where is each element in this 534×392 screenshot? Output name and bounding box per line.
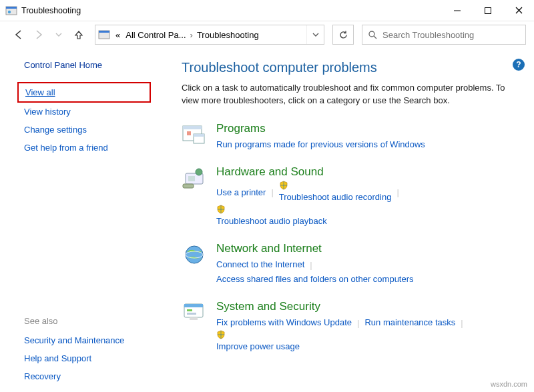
svg-point-2 (8, 10, 11, 13)
chevron-right-icon: › (189, 30, 194, 40)
forward-button[interactable] (31, 27, 47, 43)
watermark: wsxdn.com (491, 380, 527, 388)
search-box[interactable] (362, 25, 526, 45)
recent-dropdown[interactable] (51, 27, 67, 43)
svg-rect-24 (187, 309, 192, 311)
window-title: Troubleshooting (21, 6, 442, 15)
svg-rect-15 (187, 131, 191, 135)
sidebar-get-help[interactable]: Get help from a friend (24, 143, 164, 153)
sidebar-change-settings[interactable]: Change settings (24, 125, 164, 135)
network-shared-files[interactable]: Access shared files and folders on other… (216, 272, 515, 287)
refresh-button[interactable] (332, 25, 354, 45)
minimize-button[interactable] (442, 0, 473, 21)
svg-point-18 (196, 169, 202, 175)
svg-rect-23 (184, 304, 203, 307)
svg-rect-19 (183, 184, 194, 188)
svg-line-10 (374, 36, 376, 39)
sidebar-view-history[interactable]: View history (24, 107, 164, 117)
back-button[interactable] (11, 27, 27, 43)
help-icon[interactable]: ? (513, 59, 525, 71)
sidebar: Control Panel Home View all View history… (0, 48, 175, 392)
sidebar-help-support[interactable]: Help and Support (24, 353, 164, 363)
hardware-printer[interactable]: Use a printer (216, 185, 266, 200)
svg-rect-25 (187, 313, 196, 315)
system-title[interactable]: System and Security (216, 300, 519, 313)
shield-icon (279, 181, 288, 190)
hardware-audio-recording[interactable]: Troubleshoot audio recording (279, 181, 392, 205)
svg-rect-17 (188, 176, 195, 181)
main-panel: Troubleshoot computer problems Click on … (175, 48, 534, 392)
svg-point-20 (186, 246, 203, 263)
system-power-usage[interactable]: Improve power usage (216, 330, 519, 354)
category-network: Network and Internet Connect to the Inte… (182, 242, 519, 287)
sidebar-recovery[interactable]: Recovery (24, 371, 164, 381)
sidebar-view-all[interactable]: View all (25, 87, 150, 97)
programs-icon (182, 122, 207, 147)
see-also-label: See also (24, 316, 164, 326)
search-input[interactable] (382, 30, 525, 40)
shield-icon (216, 330, 226, 339)
system-maintenance[interactable]: Run maintenance tasks (364, 315, 455, 330)
search-icon (362, 30, 382, 39)
svg-rect-26 (190, 317, 198, 320)
programs-title[interactable]: Programs (216, 122, 425, 135)
svg-rect-4 (485, 7, 491, 13)
page-intro: Click on a task to automatically trouble… (182, 82, 519, 107)
category-hardware: Hardware and Sound Use a printer | Troub… (182, 165, 519, 229)
breadcrumb-dropdown[interactable] (306, 25, 324, 44)
svg-rect-1 (6, 7, 17, 9)
window-controls (442, 0, 534, 21)
shield-icon (216, 205, 226, 214)
svg-point-9 (369, 31, 374, 37)
nav-toolbar: « All Control Pa... › Troubleshooting (0, 21, 534, 48)
maximize-button[interactable] (473, 0, 503, 21)
system-windows-update[interactable]: Fix problems with Windows Update (216, 315, 352, 330)
view-all-highlight: View all (17, 82, 151, 103)
svg-rect-8 (99, 31, 109, 33)
network-icon (182, 242, 207, 267)
network-title[interactable]: Network and Internet (216, 242, 515, 255)
breadcrumb-prefix: « (113, 30, 123, 40)
control-panel-home-link[interactable]: Control Panel Home (24, 60, 164, 70)
up-button[interactable] (71, 27, 87, 43)
system-icon (182, 300, 207, 325)
category-programs: Programs Run programs made for previous … (182, 122, 519, 152)
svg-rect-12 (183, 126, 202, 129)
breadcrumb-level1[interactable]: All Control Pa... (123, 30, 188, 40)
close-button[interactable] (503, 0, 534, 21)
app-icon (5, 5, 17, 17)
breadcrumb-icon (98, 29, 110, 40)
category-system: System and Security Fix problems with Wi… (182, 300, 519, 354)
svg-rect-14 (194, 134, 204, 137)
sidebar-security-maintenance[interactable]: Security and Maintenance (24, 335, 164, 345)
breadcrumb[interactable]: « All Control Pa... › Troubleshooting (95, 25, 324, 45)
network-connect-internet[interactable]: Connect to the Internet (216, 257, 304, 272)
hardware-icon (182, 165, 207, 191)
content-area: Control Panel Home View all View history… (0, 48, 534, 392)
programs-run-previous[interactable]: Run programs made for previous versions … (216, 137, 425, 152)
hardware-audio-playback[interactable]: Troubleshoot audio playback (216, 205, 515, 229)
titlebar: Troubleshooting (0, 0, 534, 21)
breadcrumb-level2[interactable]: Troubleshooting (194, 30, 262, 40)
page-title: Troubleshoot computer problems (182, 60, 519, 75)
hardware-title[interactable]: Hardware and Sound (216, 165, 515, 179)
